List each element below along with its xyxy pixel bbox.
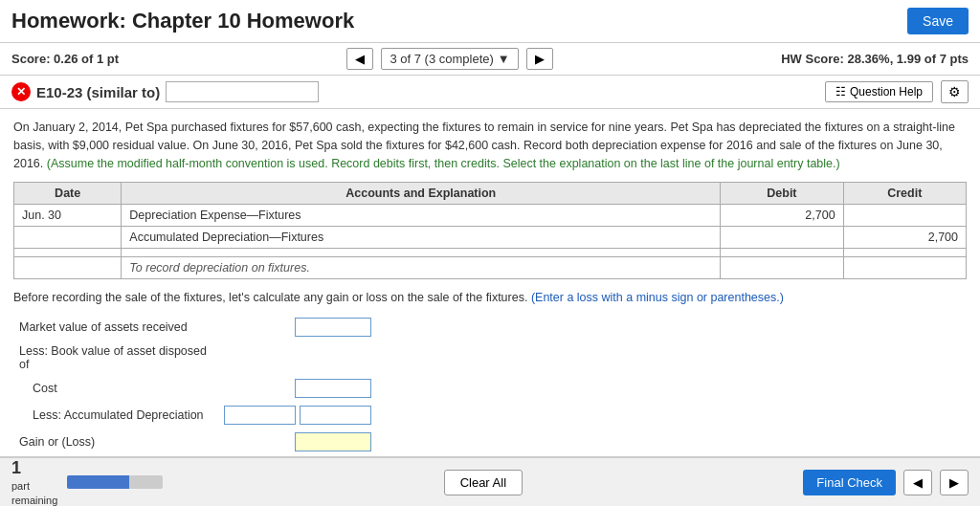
nav-next-button[interactable]: ▶ bbox=[526, 48, 553, 70]
journal-debit bbox=[721, 257, 843, 279]
save-button[interactable]: Save bbox=[907, 8, 969, 34]
hw-score: HW Score: 28.36%, 1.99 of 7 pts bbox=[781, 52, 969, 66]
green-instructions: (Assume the modified half-month conventi… bbox=[47, 157, 840, 170]
journal-date: Jun. 30 bbox=[14, 205, 122, 227]
calc-intro-blue: (Enter a loss with a minus sign or paren… bbox=[531, 291, 784, 304]
bottom-right-area: Final Check ◀ ▶ bbox=[803, 470, 969, 495]
calc-input-cell bbox=[218, 429, 377, 455]
calc-label: Market value of assets received bbox=[13, 314, 218, 341]
journal-date bbox=[14, 249, 122, 257]
calc-row-book: Less: Book value of asset disposed of bbox=[13, 341, 377, 375]
journal-credit bbox=[843, 249, 966, 257]
clear-all-button[interactable]: Clear All bbox=[444, 470, 523, 495]
calc-label: Gain or (Loss) bbox=[13, 429, 218, 455]
calc-label: Cost bbox=[13, 375, 218, 402]
calc-row-cost: Cost bbox=[13, 375, 377, 402]
part-number: 1 bbox=[11, 457, 57, 479]
journal-date bbox=[14, 227, 122, 249]
calc-row-accum-dep: Less: Accumulated Depreciation bbox=[13, 402, 377, 429]
problem-bar: ✕ E10-23 (similar to) ☷ Question Help ⚙ bbox=[0, 76, 980, 109]
table-row: Accumulated Depreciation—Fixtures 2,700 bbox=[14, 227, 967, 249]
journal-credit: 2,700 bbox=[843, 227, 966, 249]
calc-input-cell bbox=[218, 314, 377, 341]
calc-input-cell bbox=[218, 375, 377, 402]
top-bar: Homework: Chapter 10 Homework Save bbox=[0, 0, 980, 43]
nav-prev-button[interactable]: ◀ bbox=[346, 48, 373, 70]
market-value-input[interactable] bbox=[295, 318, 371, 337]
remaining-label: remaining bbox=[11, 494, 57, 496]
nav-dropdown[interactable]: 3 of 7 (3 complete) ▼ bbox=[381, 48, 518, 70]
journal-account: Accumulated Depreciation—Fixtures bbox=[122, 227, 721, 249]
col-debit: Debit bbox=[721, 183, 843, 205]
journal-date bbox=[14, 257, 122, 279]
chevron-down-icon: ▼ bbox=[498, 52, 510, 66]
bottom-bar: 1 part remaining Clear All Final Check ◀… bbox=[0, 456, 980, 495]
journal-table: Date Accounts and Explanation Debit Cred… bbox=[13, 182, 967, 279]
col-credit: Credit bbox=[843, 183, 966, 205]
calc-row-gain-loss: Gain or (Loss) bbox=[13, 429, 377, 455]
bottom-center-area: Clear All bbox=[444, 470, 523, 495]
calc-intro: Before recording the sale of the fixture… bbox=[13, 291, 967, 304]
journal-credit bbox=[843, 257, 966, 279]
error-icon: ✕ bbox=[11, 82, 31, 101]
nav-bar: Score: 0.26 of 1 pt ◀ 3 of 7 (3 complete… bbox=[0, 43, 980, 76]
journal-credit bbox=[843, 205, 966, 227]
part-label: part bbox=[11, 479, 57, 493]
bottom-nav-prev[interactable]: ◀ bbox=[903, 470, 932, 495]
bottom-left-area: 1 part remaining bbox=[11, 457, 163, 495]
page-title: Homework: Chapter 10 Homework bbox=[11, 9, 354, 33]
problem-id-area: ✕ E10-23 (similar to) bbox=[11, 81, 319, 102]
journal-debit bbox=[721, 249, 843, 257]
journal-debit: 2,700 bbox=[721, 205, 843, 227]
accum-dep-input-1[interactable] bbox=[224, 406, 296, 425]
progress-area bbox=[67, 475, 163, 489]
progress-bar bbox=[67, 475, 163, 489]
settings-button[interactable]: ⚙ bbox=[941, 80, 969, 103]
calc-label: Less: Book value of asset disposed of bbox=[13, 341, 218, 375]
problem-text: On January 2, 2014, Pet Spa purchased fi… bbox=[13, 119, 967, 172]
col-date: Date bbox=[14, 183, 122, 205]
table-row: To record depreciation on fixtures. bbox=[14, 257, 967, 279]
help-area: ☷ Question Help ⚙ bbox=[825, 80, 969, 103]
gain-loss-input[interactable] bbox=[295, 432, 371, 451]
calc-input-cell bbox=[218, 402, 377, 429]
score-label: Score: 0.26 of 1 pt bbox=[11, 52, 119, 66]
journal-explanation: To record depreciation on fixtures. bbox=[122, 257, 721, 279]
table-row: Jun. 30 Depreciation Expense—Fixtures 2,… bbox=[14, 205, 967, 227]
accum-dep-input-2[interactable] bbox=[300, 406, 371, 425]
question-help-button[interactable]: ☷ Question Help bbox=[825, 81, 933, 102]
problem-id-input[interactable] bbox=[166, 81, 319, 102]
col-account: Accounts and Explanation bbox=[122, 183, 721, 205]
list-icon: ☷ bbox=[835, 85, 846, 99]
calc-table: Market value of assets received Less: Bo… bbox=[13, 314, 377, 455]
calc-label: Less: Accumulated Depreciation bbox=[13, 402, 218, 429]
table-row bbox=[14, 249, 967, 257]
bottom-nav-next[interactable]: ▶ bbox=[940, 470, 969, 495]
calc-input-cell bbox=[218, 341, 377, 375]
calc-section: Before recording the sale of the fixture… bbox=[13, 291, 967, 455]
content-area: On January 2, 2014, Pet Spa purchased fi… bbox=[0, 109, 980, 495]
final-check-button[interactable]: Final Check bbox=[803, 470, 896, 495]
part-info: 1 part remaining bbox=[11, 457, 57, 495]
two-inputs-area bbox=[224, 406, 371, 425]
progress-fill bbox=[67, 475, 129, 489]
journal-account: Depreciation Expense—Fixtures bbox=[122, 205, 721, 227]
nav-center: ◀ 3 of 7 (3 complete) ▼ ▶ bbox=[346, 48, 552, 70]
calc-row-market: Market value of assets received bbox=[13, 314, 377, 341]
cost-input[interactable] bbox=[295, 379, 371, 398]
journal-debit bbox=[721, 227, 843, 249]
problem-id-label: E10-23 (similar to) bbox=[36, 84, 160, 100]
journal-account bbox=[122, 249, 721, 257]
